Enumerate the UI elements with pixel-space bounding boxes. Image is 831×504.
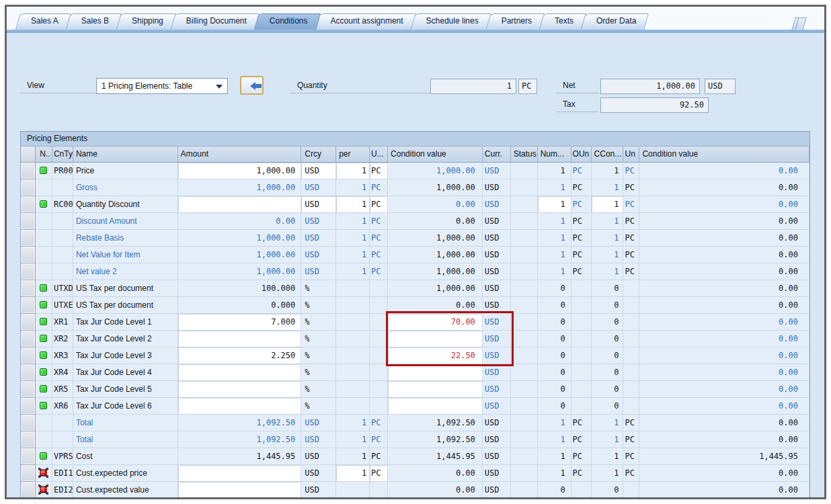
- row-select-button[interactable]: [21, 364, 36, 381]
- cell-per[interactable]: 1: [336, 465, 370, 482]
- row-select-button[interactable]: [21, 263, 36, 280]
- cell-amount[interactable]: 1,000.00: [178, 163, 302, 179]
- cell-condval[interactable]: [388, 364, 483, 381]
- tab-partners[interactable]: Partners: [488, 13, 543, 30]
- tab-sales-b[interactable]: Sales B: [68, 13, 120, 30]
- tab-billing-document[interactable]: Billing Document: [173, 13, 258, 30]
- cell-condval: 1,000.00: [388, 230, 483, 247]
- cell-condval[interactable]: 70.00: [388, 314, 483, 331]
- tab-texts[interactable]: Texts: [541, 13, 584, 30]
- cell-cnty: EDI2: [52, 482, 73, 499]
- cell-condval: 1,000.00: [388, 263, 483, 280]
- cell-num[interactable]: 1: [538, 196, 571, 213]
- row-select-button[interactable]: [21, 163, 36, 179]
- tab-order-data[interactable]: Order Data: [583, 13, 647, 30]
- cell-amount[interactable]: [178, 398, 302, 415]
- column-header-status[interactable]: Status: [511, 146, 538, 163]
- column-header-u[interactable]: U...: [370, 146, 388, 163]
- tab-overflow-icon[interactable]: [793, 16, 804, 30]
- cell-per[interactable]: [336, 499, 370, 499]
- table-row: Rebate Basis1,000.00USD1PC1,000.00USD1PC…: [21, 230, 809, 247]
- cell-condval[interactable]: 22.50: [388, 347, 483, 364]
- cell-amount[interactable]: 7.000: [178, 314, 302, 331]
- cell-per[interactable]: 1: [336, 163, 370, 179]
- cell-amount[interactable]: [178, 499, 302, 499]
- cell-per[interactable]: 1: [336, 196, 370, 213]
- row-select-button[interactable]: [21, 196, 36, 213]
- cell-crcy: USD: [301, 482, 336, 499]
- cell-u[interactable]: PC: [370, 465, 388, 482]
- column-header-oun[interactable]: OUn: [571, 146, 592, 163]
- cell-crcy[interactable]: USD: [301, 196, 336, 213]
- cell-crcy: %: [301, 364, 336, 381]
- quantity-field[interactable]: 1: [430, 79, 516, 94]
- back-arrow-button[interactable]: [240, 76, 264, 95]
- row-select-button[interactable]: [21, 465, 36, 482]
- cell-cnty[interactable]: [52, 499, 73, 499]
- view-combobox[interactable]: 1 Pricing Elements: Table: [96, 78, 228, 94]
- net-field[interactable]: 1,000.00: [600, 79, 700, 94]
- column-header-condval2[interactable]: Condition value: [639, 146, 809, 163]
- cell-amount[interactable]: [178, 196, 302, 213]
- column-header-crcy[interactable]: Crcy: [301, 146, 336, 163]
- column-header-cnty[interactable]: CnTy: [52, 146, 73, 163]
- row-select-button[interactable]: [21, 398, 36, 415]
- cell-amount[interactable]: [178, 364, 302, 381]
- row-select-button[interactable]: [21, 482, 36, 499]
- row-select-button[interactable]: [21, 213, 36, 230]
- tax-field[interactable]: 92.50: [600, 97, 709, 113]
- cell-amount[interactable]: [178, 482, 302, 499]
- select-all-button[interactable]: [21, 146, 36, 163]
- cell-condval[interactable]: [388, 398, 483, 415]
- tab-conditions[interactable]: Conditions: [256, 13, 319, 30]
- row-select-button[interactable]: [21, 280, 36, 297]
- cell-u[interactable]: PC: [370, 196, 388, 213]
- cell-cnty: XR4: [52, 364, 73, 381]
- net-currency-box[interactable]: USD: [705, 79, 736, 94]
- row-select-button[interactable]: [21, 347, 36, 364]
- cell-ccon[interactable]: 1: [592, 196, 624, 213]
- cell-oun: PC: [571, 230, 592, 247]
- column-header-amount[interactable]: Amount: [178, 146, 302, 163]
- cell-un: PC: [623, 179, 639, 196]
- cell-crcy[interactable]: USD: [301, 163, 336, 179]
- row-select-button[interactable]: [21, 448, 36, 465]
- row-select-button[interactable]: [21, 179, 36, 196]
- row-select-button[interactable]: [21, 230, 36, 247]
- quantity-unit-box[interactable]: PC: [518, 79, 537, 94]
- column-header-ccon[interactable]: CCon...: [592, 146, 624, 163]
- column-header-per[interactable]: per: [336, 146, 370, 163]
- cell-amount[interactable]: [178, 381, 302, 398]
- cell-amount[interactable]: [178, 465, 302, 482]
- column-header-un[interactable]: Un: [623, 146, 639, 163]
- column-header-name[interactable]: Name: [73, 146, 178, 163]
- cell-name: Net Value for Item: [73, 247, 178, 263]
- row-select-button[interactable]: [21, 415, 36, 431]
- tab-account-assignment[interactable]: Account assignment: [317, 13, 414, 30]
- cell-u[interactable]: PC: [370, 163, 388, 179]
- row-select-button[interactable]: [21, 331, 36, 347]
- row-select-button[interactable]: [21, 247, 36, 263]
- cell-ccon[interactable]: [592, 499, 624, 499]
- row-select-button[interactable]: [21, 297, 36, 314]
- tab-shipping[interactable]: Shipping: [118, 13, 174, 30]
- cell-ccon: 0: [592, 381, 624, 398]
- cell-condval[interactable]: [388, 331, 483, 347]
- table-row: Net value 21,000.00USD1PC1,000.00USD1PC1…: [21, 263, 809, 280]
- row-select-button[interactable]: [21, 499, 36, 499]
- cell-condval[interactable]: [388, 381, 483, 398]
- cell-u[interactable]: [370, 499, 388, 499]
- row-select-button[interactable]: [21, 431, 36, 448]
- cell-amount[interactable]: 2.250: [178, 347, 302, 364]
- cell-num[interactable]: [538, 499, 571, 499]
- row-select-button[interactable]: [21, 314, 36, 331]
- column-header-n[interactable]: N..: [36, 146, 52, 163]
- cell-amount[interactable]: [178, 331, 302, 347]
- row-select-button[interactable]: [21, 381, 36, 398]
- column-header-num[interactable]: Num...: [538, 146, 571, 163]
- tab-schedule-lines[interactable]: Schedule lines: [413, 13, 489, 30]
- tab-label: Sales B: [81, 16, 109, 26]
- tab-sales-a[interactable]: Sales A: [17, 13, 69, 30]
- column-header-curr[interactable]: Curr.: [483, 146, 511, 163]
- column-header-condval[interactable]: Condition value: [388, 146, 483, 163]
